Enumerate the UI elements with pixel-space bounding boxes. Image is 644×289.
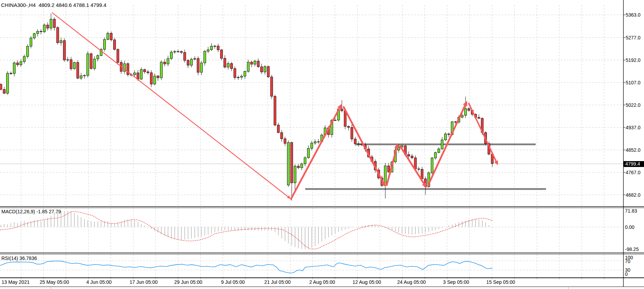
- macd-axis-label: 71.83: [625, 208, 637, 214]
- panel-borders: [0, 0, 644, 287]
- macd-axis-label: -98.25: [625, 246, 639, 252]
- statusbar-divider: [568, 287, 569, 289]
- trend-arrow-1[interactable]: [52, 12, 288, 197]
- macd-panel: [0, 211, 492, 249]
- resistance-line[interactable]: [356, 143, 536, 145]
- time-axis-label[interactable]: 13 May 2021: [2, 279, 30, 285]
- price-axis-label: 5107.0: [626, 80, 641, 85]
- current-price-tag: 4799.4: [624, 161, 644, 167]
- price-axis-label: 4767.0: [626, 170, 641, 175]
- price-axis-label: 5277.0: [626, 35, 641, 40]
- price-axis-label: 5363.0: [626, 12, 641, 18]
- statusbar-divider: [51, 287, 51, 289]
- chart-canvas[interactable]: [0, 0, 644, 289]
- macd-indicator-label: MACD(12,26,9) -1.85 27.79: [1, 209, 61, 214]
- ohlc-values-label: 4809.2 4840.6 4788.1 4799.4: [38, 2, 106, 8]
- time-axis-label[interactable]: 9 Jul 05:00: [221, 279, 245, 285]
- rsi-line: [0, 261, 492, 273]
- price-axis-label: 5022.0: [626, 102, 641, 108]
- support-line[interactable]: [305, 188, 546, 190]
- time-axis-label[interactable]: 17 Jun 05:00: [130, 279, 158, 285]
- time-axis-label[interactable]: 2 Aug 05:00: [309, 279, 335, 285]
- symbol-timeframe-label: CHINA300-,H4: [1, 2, 36, 8]
- price-axis-label: 4682.0: [626, 192, 641, 198]
- time-axis-label[interactable]: 29 Jun 05:00: [174, 279, 202, 285]
- trading-chart-window: CHINA300-,H4 4809.2 4840.6 4788.1 4799.4…: [0, 0, 644, 289]
- candlestick-series: [0, 13, 493, 201]
- status-bar: [0, 287, 644, 289]
- time-axis-label[interactable]: 24 Aug 05:00: [397, 279, 426, 285]
- price-axis-label: 4852.0: [626, 147, 641, 153]
- time-axis-label[interactable]: 3 Sep 05:00: [443, 279, 469, 285]
- macd-axis-label: 0.00: [625, 224, 634, 230]
- rsi-panel: [0, 261, 492, 273]
- time-axis-label[interactable]: 21 Jul 05:00: [264, 279, 291, 285]
- chart-title: CHINA300-,H4 4809.2 4840.6 4788.1 4799.4: [1, 2, 106, 8]
- rsi-axis-label: 0: [625, 271, 628, 277]
- time-axis-label[interactable]: 15 Sep 05:00: [486, 279, 515, 285]
- price-axis-label: 4937.0: [626, 125, 641, 130]
- price-axis-label: 5192.0: [626, 57, 641, 63]
- time-axis-label[interactable]: 4 Jun 05:00: [86, 279, 111, 285]
- rsi-indicator-label: RSI(14) 36.7836: [1, 255, 37, 261]
- time-axis-label[interactable]: 12 Aug 05:00: [353, 279, 381, 285]
- trend-arrow-5[interactable]: [400, 146, 424, 184]
- trend-arrow-2[interactable]: [291, 108, 339, 199]
- trend-arrow-6[interactable]: [427, 105, 465, 187]
- time-axis-label[interactable]: 25 May 05:00: [40, 279, 69, 285]
- rsi-axis-label: 70: [625, 259, 631, 264]
